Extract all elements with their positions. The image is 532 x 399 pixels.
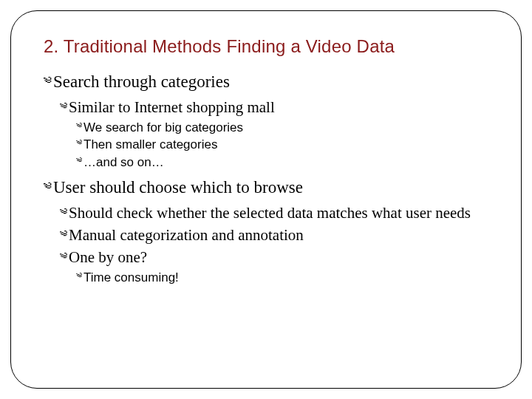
- bullet-text: …and so on…: [83, 154, 164, 170]
- bullet-icon: ༄: [60, 100, 67, 114]
- bullet-icon: ༄: [76, 271, 82, 282]
- bullet-text: Similar to Internet shopping mall: [69, 98, 275, 117]
- bullet-text: Then smaller categories: [83, 137, 217, 152]
- bullet-text: Should check whether the selected data m…: [69, 203, 471, 222]
- list-item: ༄ User should choose which to browse: [44, 177, 488, 199]
- list-item: ༄ Manual categorization and annotation: [60, 225, 488, 245]
- bullet-icon: ༄: [60, 250, 67, 264]
- list-item: ༄ …and so on…: [76, 154, 488, 170]
- bullet-icon: ༄: [76, 121, 82, 132]
- bullet-text: We search for big categories: [83, 120, 243, 135]
- bullet-text: Search through categories: [53, 72, 230, 93]
- bullet-icon: ༄: [44, 74, 52, 89]
- bullet-text: Manual categorization and annotation: [69, 225, 304, 245]
- list-item: ༄ We search for big categories: [76, 120, 488, 135]
- slide-title: 2. Traditional Methods Finding a Video D…: [44, 36, 488, 57]
- list-item: ༄ Then smaller categories: [76, 137, 488, 152]
- bullet-icon: ༄: [76, 156, 82, 167]
- bullet-group-2: ༄ User should choose which to browse ༄ S…: [44, 177, 488, 286]
- bullet-group-1: ༄ Search through categories ༄ Similar to…: [44, 72, 488, 170]
- bullet-text: User should choose which to browse: [53, 177, 303, 199]
- slide-frame: 2. Traditional Methods Finding a Video D…: [10, 10, 522, 389]
- bullet-icon: ༄: [60, 228, 67, 242]
- list-item: ༄ Search through categories: [44, 72, 488, 93]
- bullet-icon: ༄: [44, 180, 52, 195]
- bullet-text: One by one?: [69, 248, 147, 267]
- bullet-text: Time consuming!: [83, 270, 179, 285]
- list-item: ༄ Time consuming!: [76, 270, 488, 285]
- bullet-icon: ༄: [60, 205, 67, 219]
- list-item: ༄ One by one?: [60, 248, 488, 267]
- list-item: ༄ Should check whether the selected data…: [60, 203, 488, 222]
- bullet-icon: ༄: [76, 138, 82, 149]
- list-item: ༄ Similar to Internet shopping mall: [60, 98, 488, 117]
